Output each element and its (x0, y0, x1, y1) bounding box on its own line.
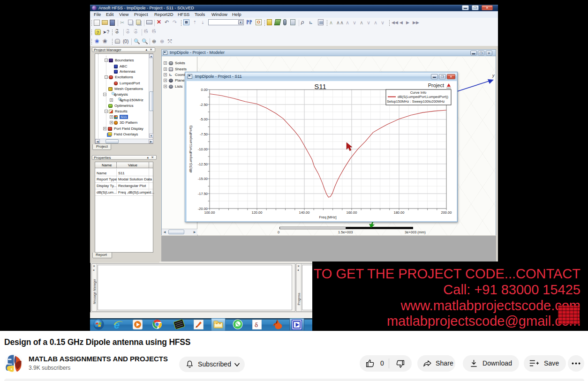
svg-text:dB(S(LumpedPort,LumpedPort)): dB(S(LumpedPort,LumpedPort)) (398, 95, 448, 99)
svg-text:140.00: 140.00 (299, 210, 310, 215)
svg-text:Setup150MHz : Sweep100to200MHz: Setup150MHz : Sweep100to200MHz (387, 99, 445, 104)
svg-text:200.00: 200.00 (441, 210, 452, 215)
svg-text:-17.50: -17.50 (198, 192, 208, 196)
svg-text:-5.00: -5.00 (200, 117, 208, 121)
svg-text:Project: Project (428, 82, 444, 88)
svg-text:-15.00: -15.00 (198, 177, 208, 181)
svg-text:180.00: 180.00 (394, 210, 405, 215)
svg-text:-7.50: -7.50 (200, 132, 208, 136)
svg-text:y: y (492, 73, 495, 78)
svg-text:100.00: 100.00 (204, 210, 215, 215)
svg-text:δ: δ (255, 321, 258, 329)
svg-text:-2.50: -2.50 (200, 103, 208, 107)
svg-text:0.00: 0.00 (201, 88, 208, 92)
svg-text:-12.50: -12.50 (198, 162, 208, 166)
svg-text:160.00: 160.00 (347, 210, 357, 215)
svg-text:dB(S(LumpedPort,LumpedPort)): dB(S(LumpedPort,LumpedPort)) (189, 126, 193, 173)
svg-text:S11: S11 (314, 82, 326, 90)
svg-text:Curve Info: Curve Info (410, 90, 427, 95)
svg-text:-10.00: -10.00 (198, 147, 208, 151)
svg-text:Freq [MHz]: Freq [MHz] (319, 215, 336, 219)
svg-text:120.00: 120.00 (252, 210, 263, 215)
